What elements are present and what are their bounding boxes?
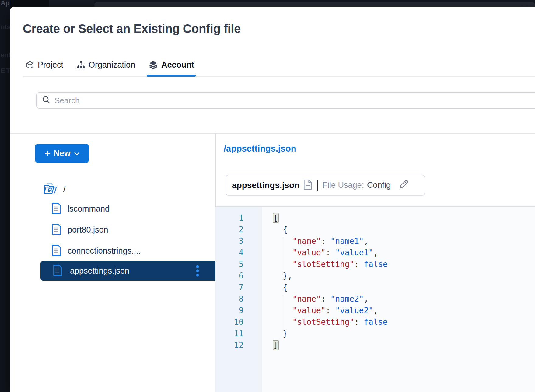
page-title: Create or Select an Existing Config file [23, 22, 241, 36]
code-line: 3 "name": "name1", [215, 235, 535, 247]
code-line: 5 "slotSetting": false [215, 258, 535, 270]
tab-project[interactable]: Project [26, 58, 63, 72]
line-number: 1 [215, 212, 243, 224]
background-text-fragment: nts [1, 23, 10, 31]
file-name: connectionstrings.... [68, 246, 141, 256]
file-name: appsettings.json [70, 266, 129, 276]
file-row[interactable]: port80.json [52, 219, 195, 240]
code-line: 2 { [215, 224, 535, 235]
file-row[interactable]: connectionstrings.... [52, 240, 195, 261]
tab-organization[interactable]: Organization [77, 58, 135, 72]
code-text[interactable]: [ [273, 212, 278, 224]
panel-divider-horizontal [10, 133, 535, 134]
file-name: lscommand [68, 204, 110, 214]
new-button[interactable]: + New [35, 144, 89, 163]
plus-icon: + [44, 148, 51, 158]
code-text[interactable]: "slotSetting": false [273, 258, 388, 270]
tab-organization-label: Organization [89, 60, 135, 70]
file-row[interactable]: lscommand [52, 198, 195, 219]
org-chart-icon [77, 61, 85, 69]
line-number: 10 [215, 316, 243, 328]
tree-root-folder[interactable]: / [44, 183, 66, 195]
background-text-fragment: ETI [1, 67, 10, 75]
file-usage-value[interactable]: Config [367, 180, 391, 190]
active-tab-underline [147, 75, 196, 77]
line-number: 2 [215, 224, 243, 235]
file-list: lscommand port80.json connectionstrings.… [52, 198, 195, 261]
code-line: 8 "name": "name2", [215, 293, 535, 305]
search-input[interactable] [54, 93, 535, 108]
chevron-down-icon [74, 152, 79, 156]
code-text[interactable]: { [273, 282, 288, 293]
line-number: 4 [215, 247, 243, 258]
search-icon [42, 96, 51, 105]
new-button-label: New [54, 149, 71, 158]
line-number: 11 [215, 328, 243, 339]
code-line: 6 }, [215, 270, 535, 282]
line-number: 9 [215, 305, 243, 316]
line-number: 3 [215, 235, 243, 247]
file-name: port80.json [68, 225, 108, 235]
tab-project-label: Project [38, 60, 63, 70]
document-icon [52, 244, 61, 257]
background-text-fragment: ents [1, 51, 10, 59]
config-file-modal: Create or Select an Existing Config file… [10, 7, 535, 392]
line-number: 7 [215, 282, 243, 293]
edit-pencil-icon[interactable] [399, 180, 409, 191]
code-line: 10 "slotSetting": false [215, 316, 535, 328]
file-row-selected[interactable]: appsettings.json [40, 261, 215, 281]
home-folder-icon [44, 182, 58, 196]
code-text[interactable]: ] [273, 339, 278, 351]
tab-account-label: Account [161, 60, 194, 70]
code-line: 1 [ [215, 212, 535, 224]
code-lines: 1 [ 2 { 3 "name": "name1", 4 "value": "v… [215, 212, 535, 351]
code-line: 11 } [215, 328, 535, 339]
file-usage-filename: appsettings.json [232, 180, 299, 190]
code-editor[interactable]: 1 [ 2 { 3 "name": "name1", 4 "value": "v… [215, 206, 535, 392]
code-line: 7 { [215, 282, 535, 293]
background-text-fragment: Api [1, 0, 10, 7]
background-sidebar: Api nts ents ETI [0, 0, 10, 392]
code-text[interactable]: } [273, 328, 288, 339]
tree-root-label: / [63, 184, 66, 194]
code-text[interactable]: "value": "value1", [273, 247, 378, 258]
code-text[interactable]: "name": "name1", [273, 235, 369, 247]
layers-icon [149, 60, 158, 70]
document-icon [303, 179, 312, 191]
code-text[interactable]: "slotSetting": false [273, 316, 388, 328]
line-number: 8 [215, 293, 243, 305]
separator [317, 180, 318, 191]
code-line: 4 "value": "value1", [215, 247, 535, 258]
line-number: 12 [215, 339, 243, 351]
background-topbar-mid [49, 0, 94, 7]
tab-account[interactable]: Account [149, 58, 194, 72]
code-text[interactable]: { [273, 224, 288, 235]
file-usage-label: File Usage: [322, 180, 364, 190]
code-text[interactable]: }, [273, 270, 292, 282]
file-usage-box: appsettings.json File Usage: Config [226, 175, 425, 196]
code-text[interactable]: "name": "name2", [273, 293, 369, 305]
kebab-menu-icon[interactable] [195, 265, 200, 277]
screen: Api nts ents ETI Create or Select an Exi… [0, 0, 535, 392]
selected-file-path: /appsettings.json [224, 144, 296, 154]
cube-icon [26, 61, 34, 69]
line-number: 5 [215, 258, 243, 270]
document-icon [52, 223, 61, 236]
document-icon [53, 264, 62, 278]
document-icon [52, 202, 61, 215]
code-text[interactable]: "value": "value2", [273, 305, 378, 316]
code-line: 9 "value": "value2", [215, 305, 535, 316]
search-bar [36, 92, 535, 109]
code-line: 12 ] [215, 339, 535, 351]
line-number: 6 [215, 270, 243, 282]
tabs-divider [23, 76, 535, 77]
